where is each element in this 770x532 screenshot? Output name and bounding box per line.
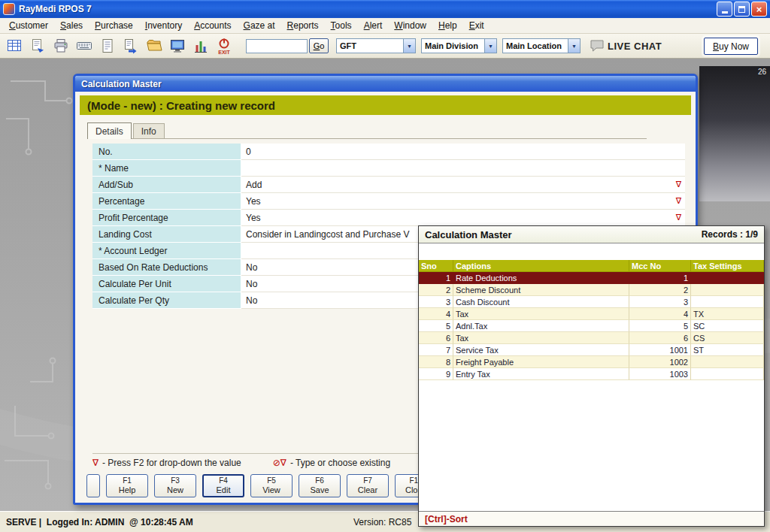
live-chat-label[interactable]: LIVE CHAT [608, 41, 662, 52]
field-value-text: No [246, 279, 257, 289]
f5-view-button[interactable]: F5View [250, 474, 293, 497]
table-row[interactable]: 2Scheme Discount2 [419, 284, 764, 296]
division-combo[interactable]: Main Division▼ [421, 38, 497, 53]
combo-value: Main Division [422, 41, 484, 50]
menu-item-inventory[interactable]: Inventory [139, 19, 188, 32]
f1-help-button[interactable]: F1Help [106, 474, 148, 497]
column-header-sno[interactable]: Sno [419, 260, 453, 272]
field-value[interactable] [241, 160, 685, 177]
cell-sno: 8 [419, 356, 453, 368]
table-row[interactable]: 1Rate Deductions1 [419, 272, 764, 284]
table-row[interactable]: 9Entry Tax1003 [419, 368, 764, 380]
cell-sno: 1 [419, 272, 453, 284]
cell-tax: CS [691, 332, 764, 344]
table-row[interactable]: 6Tax6CS [419, 332, 764, 344]
chevron-down-icon[interactable]: ▼ [484, 39, 496, 53]
ledger-icon[interactable] [98, 35, 117, 57]
window-title: RayMedi RPOS 7 [19, 4, 92, 14]
menu-item-reports[interactable]: Reports [281, 19, 325, 32]
menu-item-tools[interactable]: Tools [325, 19, 358, 32]
cell-caption: Tax [453, 332, 629, 344]
cell-caption: Scheme Discount [453, 284, 629, 296]
maximize-button[interactable] [734, 2, 750, 17]
form-row-add-sub: Add/SubAdd∇ [92, 177, 685, 193]
menu-item-purchase[interactable]: Purchase [89, 19, 139, 32]
tab-info[interactable]: Info [133, 123, 165, 138]
field-value[interactable]: 0 [241, 144, 685, 160]
keyboard-icon[interactable] [74, 35, 94, 57]
field-label: Based On Rate Deductions [92, 259, 241, 276]
table-row[interactable]: 5Adnl.Tax5SC [419, 320, 764, 332]
cell-tax: SC [691, 320, 764, 332]
fbutton-label: View [262, 485, 280, 495]
chevron-down-icon[interactable]: ▼ [568, 39, 580, 53]
menu-bar: CustomerSalesPurchaseInventoryAccountsGa… [0, 18, 770, 34]
column-header-captions[interactable]: Captions [453, 260, 629, 272]
dropdown-marker-icon[interactable]: ∇ [676, 213, 681, 222]
cell-caption: Cash Discount [453, 296, 629, 308]
dropdown-marker-icon: ∇ [92, 458, 99, 468]
dropdown-marker-icon[interactable]: ∇ [676, 196, 681, 206]
chevron-down-icon[interactable]: ▼ [403, 39, 415, 53]
minimize-icon [722, 11, 728, 14]
menu-item-exit[interactable]: Exit [463, 19, 490, 32]
dropdown-marker-icon[interactable]: ∇ [676, 180, 681, 189]
field-value[interactable]: Add∇ [241, 177, 685, 193]
blank-button[interactable] [86, 474, 100, 497]
menu-item-help[interactable]: Help [432, 19, 463, 32]
field-value-text: No [246, 262, 257, 273]
buy-now-button[interactable]: Buy Now [704, 38, 758, 55]
cell-mcc: 4 [629, 308, 691, 320]
display-icon[interactable] [168, 35, 187, 57]
stock-transfer-icon[interactable] [121, 35, 141, 57]
menu-item-customer[interactable]: Customer [3, 19, 54, 32]
minimize-button[interactable] [717, 2, 732, 17]
promo-label: 26 [758, 68, 766, 76]
cell-mcc: 3 [629, 296, 691, 308]
cell-sno: 7 [419, 344, 453, 356]
menu-item-window[interactable]: Window [388, 19, 432, 32]
close-button[interactable]: × [751, 2, 767, 17]
tab-details[interactable]: Details [87, 122, 132, 139]
version-label: Version: RC85 [353, 517, 411, 527]
go-button[interactable]: Go [309, 38, 329, 53]
exit-icon-label: EXIT [218, 50, 230, 55]
cell-mcc: 1002 [629, 356, 691, 368]
table-row[interactable]: 8Freight Payable1002 [419, 356, 764, 368]
f3-new-button[interactable]: F3New [154, 474, 196, 497]
column-header-mcc-no[interactable]: Mcc No [629, 260, 691, 272]
f4-edit-button[interactable]: F4Edit [202, 474, 244, 497]
cell-tax [691, 284, 764, 296]
toolbar-search-input[interactable] [246, 39, 308, 53]
dialog-title: Calculation Master [81, 79, 162, 89]
cell-mcc: 5 [629, 320, 691, 332]
raymedi-rpos-window: RayMedi RPOS 7 × CustomerSalesPurchaseIn… [0, 0, 770, 532]
company-combo[interactable]: GFT▼ [336, 38, 416, 53]
menu-item-gaze-at[interactable]: Gaze at [238, 19, 281, 32]
table-row[interactable]: 7Service Tax1001ST [419, 344, 764, 356]
menu-item-sales[interactable]: Sales [54, 19, 89, 32]
open-folder-icon[interactable] [144, 35, 164, 57]
grid-header-row: SnoCaptionsMcc NoTax Settings [419, 260, 764, 272]
menu-item-accounts[interactable]: Accounts [188, 19, 237, 32]
live-chat-icon[interactable] [590, 39, 605, 53]
fkey-label: F4 [219, 476, 228, 485]
print-icon[interactable] [51, 35, 71, 57]
sales-invoice-icon[interactable] [28, 35, 47, 57]
f7-clear-button[interactable]: F7Clear [347, 474, 389, 497]
billing-icon[interactable] [5, 35, 24, 57]
field-value[interactable]: Yes∇ [241, 193, 685, 210]
field-value[interactable]: Yes∇ [241, 210, 685, 226]
f6-save-button[interactable]: F6Save [299, 474, 341, 497]
menu-item-alert[interactable]: Alert [358, 19, 389, 32]
table-row[interactable]: 4Tax4TX [419, 308, 764, 320]
column-header-tax-settings[interactable]: Tax Settings [691, 260, 764, 272]
location-combo[interactable]: Main Location▼ [502, 38, 581, 53]
table-row[interactable]: 3Cash Discount3 [419, 296, 764, 308]
cell-tax: ST [691, 344, 764, 356]
dialog-titlebar[interactable]: Calculation Master [75, 76, 696, 92]
hint-dropdown-text: - Press F2 for drop-down the value [102, 458, 241, 468]
cell-tax [691, 356, 764, 368]
chart-icon[interactable] [191, 35, 211, 57]
exit-icon[interactable]: EXIT [214, 35, 234, 57]
